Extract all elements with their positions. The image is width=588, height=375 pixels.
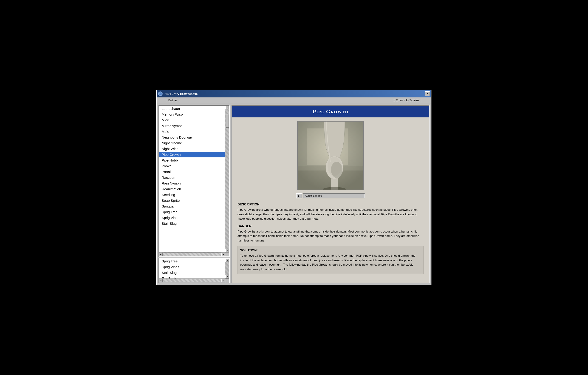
main-window: HSH Entry Browser.exe ✕ :: Entries :: ::…: [156, 90, 432, 285]
bottom-h-track: [163, 279, 221, 282]
list-item[interactable]: Mirror Nymph: [159, 123, 225, 129]
description-header: DESCRIPTION:: [238, 203, 424, 206]
list-item[interactable]: Sprig Tree: [159, 258, 225, 264]
window-title: HSH Entry Browser.exe: [164, 92, 198, 96]
bottom-scroll-up-button[interactable]: ▲: [225, 258, 229, 262]
list-item[interactable]: Pooka: [159, 163, 225, 169]
svg-point-10: [331, 162, 342, 178]
list-item[interactable]: Rain Nymph: [159, 180, 225, 186]
scroll-left-button[interactable]: ◄: [159, 253, 163, 256]
bottom-list-container: ▲ ▼ Sprig Tree Sprig Vines Stair Slug Te…: [158, 258, 230, 283]
entry-title: Pipe Growth: [313, 108, 349, 114]
pipe-growth-illustration: [298, 122, 364, 190]
list-item[interactable]: Night Wisp: [159, 146, 225, 152]
solution-section: SOLUTION: To remove a Pipe Growth from i…: [238, 246, 424, 274]
list-item[interactable]: Reanimation: [159, 186, 225, 192]
bottom-scroll-track-v: [225, 262, 229, 275]
list-item[interactable]: Spriggan: [159, 203, 225, 209]
entry-title-bar: Pipe Growth: [232, 106, 429, 118]
bottom-h-scrollbar: ◄ ►: [159, 279, 225, 283]
bottom-scrollbar-vertical: ▲ ▼: [225, 258, 229, 279]
bottom-h-scroll-left[interactable]: ◄: [159, 279, 163, 282]
bottom-scroll-down-button[interactable]: ▼: [225, 275, 229, 279]
bottom-corner: [225, 279, 229, 283]
entry-image: [297, 121, 364, 190]
audio-label: Audio Sample: [305, 194, 322, 197]
entries-menu-label: :: Entries ::: [166, 99, 180, 102]
close-button[interactable]: ✕: [425, 91, 430, 96]
scroll-right-button[interactable]: ►: [221, 253, 225, 256]
top-list-container: ▲ ▼ Leprechaun Memory Wisp Mice Mirror N…: [158, 105, 230, 257]
scroll-track: [225, 109, 229, 249]
list-item[interactable]: Soap Sprite: [159, 198, 225, 203]
solution-text: To remove a Pipe Growth from its home it…: [240, 253, 421, 271]
bottom-h-scroll-right[interactable]: ►: [221, 279, 225, 282]
scroll-thumb[interactable]: [226, 114, 229, 128]
list-item[interactable]: Raccoon: [159, 175, 225, 180]
entry-info-menu-label: ::: Entry Info Screen :::: [393, 99, 422, 102]
list-item[interactable]: Seedling: [159, 192, 225, 198]
entries-list: Leprechaun Memory Wisp Mice Mirror Nymph…: [159, 106, 225, 226]
danger-header: DANGER:: [238, 224, 424, 228]
list-item[interactable]: Pipe Hobb: [159, 157, 225, 163]
title-bar: HSH Entry Browser.exe ✕: [157, 90, 431, 97]
list-item[interactable]: Neighbor's Doorway: [159, 134, 225, 140]
h-scroll-track: [163, 253, 221, 256]
list-item[interactable]: Stair Slug: [159, 221, 225, 226]
bottom-entries-list: Sprig Tree Sprig Vines Stair Slug Tea Sp…: [159, 258, 225, 281]
list-item[interactable]: Leprechaun: [159, 106, 225, 111]
list-item[interactable]: Mole: [159, 129, 225, 134]
list-item[interactable]: Stair Slug: [159, 270, 225, 276]
list-item[interactable]: Sprig Vines: [159, 215, 225, 221]
scroll-up-button[interactable]: ▲: [225, 106, 229, 109]
audio-bar: Audio Sample: [303, 193, 365, 198]
entry-image-wrapper: [238, 121, 424, 190]
right-panel: Pipe Growth: [231, 105, 430, 283]
list-item[interactable]: Portal: [159, 169, 225, 175]
scrollbar-vertical: ▲ ▼: [225, 106, 229, 252]
audio-control: ▶ Audio Sample: [238, 193, 424, 198]
scroll-down-button[interactable]: ▼: [225, 249, 229, 252]
title-bar-left: HSH Entry Browser.exe: [158, 91, 198, 96]
list-item[interactable]: Mice: [159, 117, 225, 123]
entry-body: ▶ Audio Sample DESCRIPTION: Pipe Growths…: [232, 118, 429, 278]
list-item[interactable]: Sprig Tree: [159, 209, 225, 215]
scroll-corner: [225, 252, 229, 257]
list-item-selected[interactable]: Pipe Growth: [159, 152, 225, 157]
app-icon: [158, 91, 163, 96]
scrollbar-horizontal: ◄ ►: [159, 252, 225, 257]
danger-text: Pipe Growths are known to attempt to eat…: [238, 229, 424, 243]
list-item[interactable]: Sprig Vines: [159, 264, 225, 270]
list-item[interactable]: Night Gnome: [159, 140, 225, 146]
left-panel: ▲ ▼ Leprechaun Memory Wisp Mice Mirror N…: [158, 105, 230, 283]
play-button[interactable]: ▶: [296, 193, 302, 198]
description-text: Pipe Growths are a type of fungus that a…: [238, 207, 424, 221]
solution-header: SOLUTION:: [240, 248, 421, 252]
list-item[interactable]: Memory Wisp: [159, 111, 225, 117]
